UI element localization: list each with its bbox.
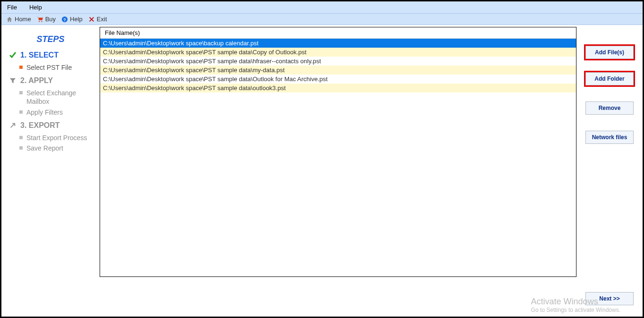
- step-1-sub-select-pst[interactable]: Select PST File: [19, 63, 92, 72]
- add-files-button[interactable]: Add File(s): [585, 46, 634, 59]
- add-folder-button[interactable]: Add Folder: [585, 72, 634, 85]
- bullet-icon: [19, 110, 23, 114]
- menu-file[interactable]: File: [5, 3, 19, 12]
- toolbar-exit-label: Exit: [97, 16, 107, 23]
- right-pane: Add File(s) Add Folder Remove Network fi…: [576, 25, 643, 315]
- step-3-sub-start-export[interactable]: Start Export Process: [19, 134, 92, 142]
- step-1-sub-label: Select PST File: [26, 63, 72, 72]
- file-row[interactable]: C:\Users\admin\Desktop\work space\PST sa…: [100, 48, 576, 57]
- step-2-label: 2. APPLY: [20, 76, 53, 85]
- bullet-icon: [19, 136, 23, 139]
- menubar: File Help: [1, 1, 643, 14]
- menu-help[interactable]: Help: [27, 3, 44, 12]
- remove-button[interactable]: Remove: [585, 101, 634, 115]
- step-2-sub1-label: Select Exchange Mailbox: [26, 89, 92, 106]
- export-icon: [9, 122, 17, 129]
- step-3-sub2-label: Save Report: [26, 144, 63, 152]
- file-row[interactable]: C:\Users\admin\Desktop\work space\PST sa…: [100, 75, 576, 84]
- filter-icon: [9, 77, 17, 84]
- toolbar-help[interactable]: ? Help: [61, 16, 83, 23]
- step-1-select[interactable]: 1. SELECT: [9, 51, 92, 59]
- svg-point-1: [41, 21, 42, 22]
- step-1-label: 1. SELECT: [20, 51, 59, 59]
- toolbar-home-label: Home: [15, 16, 31, 23]
- cart-icon: [37, 16, 43, 23]
- help-icon: ?: [61, 16, 68, 23]
- close-icon: [88, 16, 95, 23]
- toolbar-help-label: Help: [70, 16, 83, 23]
- home-icon: [6, 16, 13, 23]
- center-pane: File Name(s) C:\Users\admin\Desktop\work…: [100, 25, 576, 315]
- file-grid-header[interactable]: File Name(s): [100, 27, 576, 39]
- file-row[interactable]: C:\Users\admin\Desktop\work space\backup…: [100, 39, 576, 48]
- step-2-sub-apply-filters[interactable]: Apply Filters: [19, 108, 92, 117]
- steps-title: STEPS: [9, 34, 92, 44]
- toolbar: Home Buy ? Help Exit: [1, 14, 643, 25]
- step-2-apply[interactable]: 2. APPLY: [9, 76, 92, 85]
- toolbar-home[interactable]: Home: [6, 16, 31, 23]
- toolbar-buy[interactable]: Buy: [37, 16, 56, 23]
- svg-text:?: ?: [63, 17, 66, 22]
- toolbar-exit[interactable]: Exit: [88, 16, 107, 23]
- network-files-button[interactable]: Network files: [585, 131, 634, 144]
- toolbar-buy-label: Buy: [45, 16, 56, 23]
- step-2-sub-select-mailbox[interactable]: Select Exchange Mailbox: [19, 89, 92, 106]
- bullet-icon: [19, 66, 23, 69]
- check-icon: [9, 51, 17, 59]
- step-3-export[interactable]: 3. EXPORT: [9, 121, 92, 130]
- bullet-icon: [19, 91, 23, 94]
- step-2-sub2-label: Apply Filters: [26, 108, 63, 117]
- svg-point-0: [39, 21, 40, 22]
- file-row[interactable]: C:\Users\admin\Desktop\work space\PST sa…: [100, 66, 576, 75]
- file-row[interactable]: C:\Users\admin\Desktop\work space\PST sa…: [100, 57, 576, 66]
- step-3-label: 3. EXPORT: [20, 121, 60, 130]
- file-row[interactable]: C:\Users\admin\Desktop\work space\PST sa…: [100, 84, 576, 92]
- bullet-icon: [19, 146, 23, 150]
- steps-sidebar: STEPS 1. SELECT Select PST File 2. APPLY…: [1, 25, 100, 315]
- main-area: STEPS 1. SELECT Select PST File 2. APPLY…: [1, 25, 643, 315]
- step-3-sub-save-report[interactable]: Save Report: [19, 144, 92, 152]
- next-button[interactable]: Next >>: [585, 292, 634, 305]
- file-grid-body: C:\Users\admin\Desktop\work space\backup…: [100, 39, 576, 92]
- step-3-sub1-label: Start Export Process: [26, 134, 87, 142]
- file-grid: File Name(s) C:\Users\admin\Desktop\work…: [100, 27, 576, 277]
